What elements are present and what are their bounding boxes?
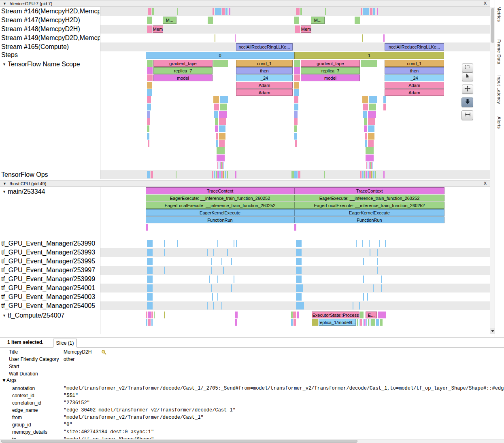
trace-event[interactable] — [357, 319, 358, 326]
collapse-icon[interactable]: ▼ — [2, 62, 6, 66]
trace-event[interactable] — [363, 319, 364, 326]
trace-event[interactable] — [294, 171, 298, 178]
trace-event[interactable] — [219, 133, 225, 140]
trace-event[interactable] — [294, 74, 300, 81]
trace-event[interactable] — [148, 312, 151, 318]
trace-event[interactable] — [362, 171, 364, 178]
trace-event[interactable] — [385, 240, 386, 247]
timing-tool-button[interactable] — [461, 110, 473, 120]
trace-event[interactable] — [216, 140, 218, 147]
trace-event[interactable]: cond_1 — [385, 60, 444, 67]
trace-event[interactable] — [147, 302, 153, 309]
horizontal-scrollbar[interactable] — [0, 439, 504, 443]
trace-event[interactable] — [216, 171, 217, 178]
trace-event[interactable] — [148, 319, 151, 326]
row-label-toggle[interactable]: ▼tf_Compute/254007 — [0, 311, 100, 320]
trace-event[interactable] — [370, 319, 370, 326]
trace-event[interactable] — [214, 171, 215, 178]
trace-event[interactable] — [364, 118, 367, 125]
trace-event[interactable] — [375, 171, 376, 178]
trace-event[interactable] — [368, 118, 375, 125]
row-label-toggle[interactable]: ▼TensorFlow Name Scope — [0, 60, 100, 69]
trace-event[interactable] — [363, 104, 368, 110]
trace-event[interactable] — [214, 111, 218, 118]
trace-event[interactable] — [294, 104, 298, 110]
trace-event[interactable] — [212, 293, 213, 301]
trace-event[interactable] — [213, 8, 214, 15]
trace-event[interactable] — [356, 240, 357, 247]
trace-event[interactable] — [366, 171, 367, 178]
cursor-tool-button[interactable] — [462, 72, 473, 81]
trace-event[interactable] — [377, 267, 378, 274]
args-toggle[interactable]: ▼Args — [2, 377, 17, 383]
trace-event[interactable] — [380, 319, 383, 326]
hscroll-thumb[interactable] — [1, 440, 357, 443]
trace-event[interactable] — [295, 140, 297, 147]
trace-event[interactable] — [215, 8, 221, 15]
trace-event[interactable] — [359, 319, 359, 326]
trace-event[interactable] — [355, 17, 360, 24]
trace-event[interactable] — [368, 133, 374, 140]
trace-event[interactable]: FunctionRun — [146, 216, 294, 223]
trace-event[interactable] — [147, 67, 153, 74]
trace-event[interactable] — [296, 8, 300, 15]
trace-event[interactable] — [219, 171, 221, 178]
trace-event[interactable] — [223, 162, 224, 169]
trace-event[interactable] — [213, 96, 219, 103]
trace-event[interactable] — [214, 104, 219, 110]
trace-event[interactable] — [360, 171, 362, 178]
trace-event[interactable] — [378, 312, 386, 318]
trace-event[interactable] — [369, 162, 370, 169]
trace-event[interactable] — [296, 240, 302, 247]
trace-event[interactable]: _24 — [385, 74, 444, 81]
trace-event[interactable] — [376, 319, 379, 326]
trace-event[interactable] — [154, 312, 155, 318]
trace-event[interactable] — [325, 8, 326, 15]
trace-event[interactable] — [373, 171, 374, 178]
trace-event[interactable] — [294, 111, 298, 118]
trace-event[interactable]: FunctionRun — [294, 216, 444, 223]
trace-event[interactable] — [367, 293, 368, 301]
trace-event[interactable] — [215, 34, 215, 42]
trace-event[interactable] — [217, 162, 218, 169]
trace-event[interactable] — [229, 8, 230, 15]
trace-event[interactable] — [220, 96, 228, 103]
collapse-icon[interactable]: ▼ — [3, 182, 6, 186]
trace-event[interactable] — [223, 267, 224, 274]
trace-event[interactable] — [208, 17, 213, 24]
trace-event[interactable] — [366, 319, 367, 326]
trace-event[interactable] — [151, 171, 153, 178]
trace-event[interactable] — [147, 284, 153, 292]
trace-event[interactable] — [294, 118, 298, 125]
trace-event[interactable] — [371, 171, 372, 178]
trace-event[interactable] — [294, 133, 297, 140]
trace-event[interactable] — [371, 162, 372, 169]
trace-event[interactable] — [211, 284, 212, 292]
trace-event[interactable] — [368, 319, 369, 326]
trace-event[interactable]: Mem — [153, 25, 163, 33]
trace-event[interactable] — [148, 140, 149, 147]
trace-event[interactable] — [221, 302, 222, 309]
trace-event[interactable]: Mem — [301, 25, 311, 33]
trace-event[interactable] — [147, 89, 152, 96]
trace-event[interactable] — [213, 302, 214, 309]
trace-event[interactable] — [383, 34, 385, 42]
trace-event[interactable]: model — [153, 74, 213, 81]
collapse-icon[interactable]: ▼ — [2, 314, 6, 318]
trace-event[interactable] — [217, 147, 225, 154]
trace-event[interactable] — [363, 258, 364, 265]
trace-event[interactable] — [147, 104, 151, 110]
trace-event[interactable]: Adam — [236, 89, 293, 96]
trace-event[interactable] — [147, 111, 150, 118]
trace-event[interactable]: ncclAllReduceRingLLKe... — [385, 43, 444, 51]
trace-event[interactable] — [363, 111, 367, 118]
trace-event[interactable] — [147, 17, 152, 24]
trace-event[interactable] — [147, 74, 153, 81]
zoom-tool-button[interactable] — [461, 98, 473, 107]
trace-event[interactable] — [297, 312, 299, 318]
trace-event[interactable] — [366, 147, 374, 154]
trace-event[interactable] — [151, 319, 153, 326]
trace-event[interactable] — [324, 171, 325, 178]
trace-event[interactable] — [207, 249, 208, 256]
trace-event[interactable] — [223, 171, 224, 178]
